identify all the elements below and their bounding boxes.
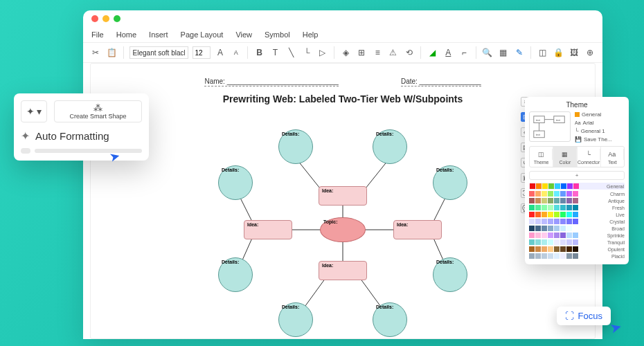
opt-save[interactable]: 💾Save The... — [575, 136, 625, 143]
table-icon[interactable]: ▦ — [497, 46, 509, 59]
palette-row[interactable]: Placid — [529, 253, 625, 259]
font-select[interactable] — [129, 46, 188, 59]
titlebar — [83, 10, 602, 27]
menubar: File Home Insert Page Layout View Symbol… — [83, 27, 602, 42]
menu-file[interactable]: File — [91, 30, 104, 39]
palette-row[interactable]: Live — [529, 212, 625, 217]
menu-insert[interactable]: Insert — [149, 30, 168, 39]
detail-node[interactable]: Details: — [433, 165, 467, 200]
svg-text:text: text — [556, 119, 561, 122]
toolbar: ✂ 📋 A A B T ╲ └ ▷ ◈ ⊞ ≡ ⚠ ⟲ ◢ A ⌐ 🔍 ▦ ✎ … — [83, 42, 602, 63]
topic-node[interactable]: Topic: — [320, 217, 366, 242]
spark-button[interactable]: ✦ ▾ — [21, 100, 47, 122]
tab-connector[interactable]: └Connector — [578, 147, 601, 167]
focus-button[interactable]: ⛶ Focus — [557, 307, 611, 325]
detail-node[interactable]: Details: — [278, 302, 313, 337]
detail-node[interactable]: Details: — [373, 129, 407, 164]
palette-row[interactable]: Broad — [529, 226, 625, 231]
size-down-icon[interactable]: A — [230, 46, 242, 59]
format-slider[interactable] — [21, 148, 142, 154]
auto-format-popup: ✦ ▾ ⁂ Create Smart Shape ✦ Auto Formatti… — [14, 93, 149, 161]
crop-icon[interactable]: ⌐ — [458, 46, 470, 59]
image-icon[interactable]: 🖼 — [569, 46, 580, 59]
menu-home[interactable]: Home — [116, 30, 136, 39]
size-up-icon[interactable]: A — [215, 46, 226, 59]
bold-icon[interactable]: B — [253, 46, 265, 59]
rotate-icon[interactable]: ⟲ — [403, 46, 415, 59]
warn-icon[interactable]: ⚠ — [388, 46, 400, 59]
text-icon[interactable]: T — [269, 46, 281, 59]
opt-arial[interactable]: AaArial — [575, 120, 625, 126]
layers-icon[interactable]: ◈ — [340, 46, 352, 59]
menu-symbol[interactable]: Symbol — [265, 30, 290, 39]
opt-general[interactable]: General — [575, 111, 625, 118]
tab-text[interactable]: AaText — [601, 147, 624, 167]
pointer-icon[interactable]: ▷ — [316, 46, 328, 59]
create-smart-shape-button[interactable]: ⁂ Create Smart Shape — [54, 100, 142, 122]
menu-view[interactable]: View — [235, 30, 252, 39]
palette-row[interactable]: Charm — [529, 191, 625, 197]
opt-general1[interactable]: └General 1 — [575, 128, 625, 134]
detail-node[interactable]: Details: — [278, 129, 313, 164]
focus-icon: ⛶ — [565, 311, 574, 321]
minimize-dot[interactable] — [102, 15, 109, 22]
detail-node[interactable]: Details: — [433, 257, 467, 292]
theme-panel-title: Theme — [529, 101, 625, 109]
close-dot[interactable] — [91, 15, 98, 22]
maximize-dot[interactable] — [114, 15, 120, 22]
lock-icon[interactable]: 🔒 — [553, 46, 564, 59]
more-icon[interactable]: ⊕ — [584, 46, 596, 59]
svg-text:text: text — [536, 119, 541, 122]
add-palette-button[interactable]: + — [529, 171, 625, 180]
theme-panel: Theme texttexttext General AaArial └Gene… — [525, 97, 629, 264]
palette-list: GeneralCharmAntiqueFreshLiveCrystalBroad… — [529, 183, 625, 259]
align-icon[interactable]: ≡ — [372, 46, 384, 59]
detail-node[interactable]: Details: — [218, 165, 253, 200]
tab-theme[interactable]: ◫Theme — [530, 147, 553, 167]
palette-row[interactable]: Tranquil — [529, 239, 625, 245]
worksheet-meta: Name: _____________________________ Date… — [91, 78, 595, 86]
idea-node-left[interactable]: Idea: — [244, 220, 292, 239]
detail-node[interactable]: Details: — [218, 257, 253, 292]
cursor-icon: ➤ — [608, 318, 624, 337]
group-icon[interactable]: ⊞ — [356, 46, 368, 59]
svg-line-6 — [239, 195, 253, 223]
palette-row[interactable]: Sprinkle — [529, 233, 625, 238]
theme-options: General AaArial └General 1 💾Save The... — [575, 111, 625, 143]
theme-thumbnail[interactable]: texttexttext — [529, 111, 571, 142]
name-field: Name: _____________________________ — [204, 78, 339, 86]
idea-node-right[interactable]: Idea: — [393, 220, 442, 239]
svg-text:text: text — [536, 134, 541, 136]
palette-row[interactable]: Opulent — [529, 246, 625, 252]
clipboard-icon[interactable]: 📋 — [106, 46, 118, 59]
search-icon[interactable]: 🔍 — [482, 46, 494, 59]
line-icon[interactable]: ╲ — [285, 46, 297, 59]
connector-icon[interactable]: └ — [301, 46, 313, 59]
shape-icon[interactable]: ◫ — [537, 46, 548, 59]
idea-node-bottom[interactable]: Idea: — [319, 261, 367, 280]
detail-node[interactable]: Details: — [373, 302, 407, 337]
palette-row[interactable]: Fresh — [529, 205, 625, 210]
tab-color[interactable]: ▦Color — [553, 147, 577, 167]
palette-row[interactable]: Antique — [529, 198, 625, 203]
theme-tabs: ◫Theme ▦Color └Connector AaText — [529, 146, 625, 167]
menu-page-layout[interactable]: Page Layout — [181, 30, 224, 39]
diagram: Topic: Idea: Idea: Idea: Idea: Details: … — [215, 122, 471, 339]
palette-row[interactable]: Crystal — [529, 219, 625, 224]
font-color-icon[interactable]: A — [442, 46, 454, 59]
date-field: Date: ________________ — [401, 78, 481, 86]
pen-icon[interactable]: ✎ — [513, 46, 525, 59]
palette-row[interactable]: General — [529, 183, 625, 190]
smart-shape-icon: ⁂ — [55, 103, 141, 112]
fill-icon[interactable]: ◢ — [427, 46, 438, 59]
sparkle-icon: ✦ — [21, 129, 30, 143]
cut-icon[interactable]: ✂ — [90, 46, 102, 59]
auto-formatting-label[interactable]: Auto Formatting — [35, 130, 109, 142]
size-select[interactable] — [193, 46, 211, 59]
idea-node-top[interactable]: Idea: — [319, 186, 367, 206]
menu-help[interactable]: Help — [303, 30, 319, 39]
